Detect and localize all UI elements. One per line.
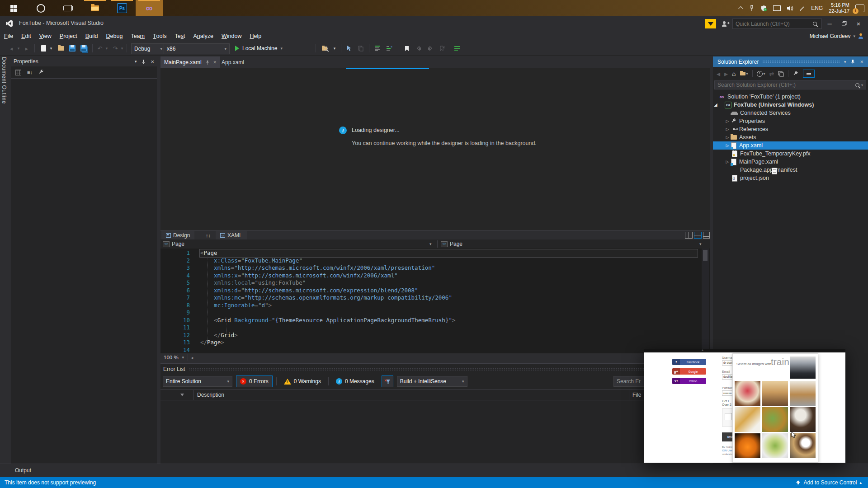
editor-vertical-scrollbar[interactable] <box>702 249 709 353</box>
undo-dropdown[interactable]: ▾ <box>104 43 109 53</box>
clear-bookmarks-icon[interactable] <box>438 43 447 53</box>
pending-changes-filter-icon[interactable]: ▾ <box>757 71 765 77</box>
sync-with-active-document-icon[interactable]: ⇄ <box>769 70 774 77</box>
close-icon[interactable]: × <box>151 58 154 65</box>
document-outline-tab[interactable]: Document Outline <box>1 57 10 116</box>
tree-item-app-xaml[interactable]: ▷ App.xaml <box>713 141 868 150</box>
pin-icon[interactable] <box>205 60 210 65</box>
breadcrumb-element-right[interactable]: <> Page <box>441 239 462 249</box>
facebook-login-button[interactable]: f Facebook <box>672 359 706 365</box>
breadcrumb-dropdown-icon-right[interactable]: ▾ <box>699 242 702 246</box>
zoom-level[interactable]: 100 % <box>160 355 179 360</box>
scroll-left-icon[interactable]: ◂ <box>188 355 196 360</box>
swap-panes-icon[interactable]: ↑↓ <box>201 231 215 239</box>
expander-collapsed-icon[interactable]: ▷ <box>725 160 730 164</box>
tab-mainpage-xaml[interactable]: MainPage.xaml × <box>160 56 220 68</box>
menu-view[interactable]: View <box>35 31 56 42</box>
breadcrumb-element-left[interactable]: <> Page <box>163 239 184 249</box>
expander-collapsed-icon[interactable]: ▷ <box>725 143 730 148</box>
quick-launch[interactable] <box>732 19 822 29</box>
window-position-dropdown-icon[interactable]: ▾ <box>135 59 137 64</box>
save-icon[interactable] <box>68 43 77 53</box>
solution-platform-dropdown[interactable]: x86▾ <box>164 43 230 54</box>
copy-disabled-icon[interactable] <box>356 43 365 53</box>
minimize-button[interactable]: ─ <box>823 16 836 31</box>
messages-filter-button[interactable]: i0 Messages <box>332 376 378 387</box>
vertical-split-icon[interactable] <box>685 232 693 239</box>
toolbar-overflow-dropdown[interactable]: ▾ <box>332 43 337 53</box>
column-description[interactable]: Description <box>194 390 629 400</box>
yahoo-login-button[interactable]: Y! Yahoo <box>672 378 706 384</box>
clock[interactable]: 5:16 PM22-Jul-17 <box>829 2 849 14</box>
solution-explorer-search-input[interactable] <box>715 82 855 88</box>
horizontal-scrollbar[interactable] <box>196 353 710 361</box>
new-file-dropdown[interactable]: ▾ <box>49 43 53 53</box>
tab-app-xaml[interactable]: App.xaml <box>218 56 248 68</box>
navigate-back-icon[interactable]: ◂ <box>7 43 15 53</box>
user-avatar[interactable] <box>858 33 863 39</box>
back-icon[interactable]: ◂ <box>717 70 720 78</box>
window-position-dropdown-icon[interactable]: ▾ <box>844 60 846 64</box>
close-icon[interactable]: × <box>860 58 863 65</box>
properties-wrench-icon[interactable] <box>38 69 44 75</box>
find-in-files-icon[interactable] <box>319 43 330 53</box>
navigate-forward-icon[interactable]: ▸ <box>23 43 31 53</box>
next-bookmark-icon[interactable] <box>426 43 435 53</box>
quick-launch-input[interactable] <box>733 21 813 27</box>
switch-views-icon[interactable]: ▾ <box>740 72 748 76</box>
comment-selection-icon[interactable]: ?= <box>384 43 394 53</box>
terms-link[interactable]: IGN User <box>722 449 733 452</box>
column-severity[interactable] <box>160 390 177 400</box>
vs-title-bar[interactable]: FoxTube - Microsoft Visual Studio ─ × <box>0 16 868 31</box>
pin-icon[interactable] <box>850 59 855 64</box>
expander-collapsed-icon[interactable]: ▷ <box>725 119 730 123</box>
photoshop-button[interactable]: Ps <box>108 0 136 16</box>
captcha-image-chicken-salad[interactable] <box>762 407 788 432</box>
save-all-icon[interactable] <box>79 43 89 53</box>
menu-file[interactable]: File <box>0 31 17 42</box>
restore-button[interactable] <box>837 16 851 31</box>
forward-icon[interactable]: ▸ <box>724 70 728 78</box>
zoom-dropdown-icon[interactable]: ▾ <box>179 355 188 360</box>
web-page-preview-window[interactable]: + f Facebook g+ Google Y! Yahoo Userna d… <box>644 349 845 463</box>
captcha-image-pancakes[interactable] <box>790 381 816 406</box>
selection-mode-icon[interactable] <box>344 43 354 53</box>
add-to-source-control-button[interactable]: Add to Source Control <box>803 479 857 486</box>
bookmark-icon[interactable] <box>402 43 411 53</box>
collapse-all-icon[interactable] <box>778 71 784 77</box>
notification-center-icon[interactable]: 1 <box>855 5 864 12</box>
captcha-image-orange-bowl[interactable] <box>735 433 760 458</box>
tree-item-temporarykey-pfx[interactable]: FoxTube_TemporaryKey.pfx <box>713 150 868 158</box>
expand-pane-icon[interactable] <box>703 232 710 239</box>
cortana-button[interactable] <box>27 0 54 16</box>
undo-icon[interactable]: ↶ <box>96 43 104 53</box>
visual-studio-taskbar-button[interactable]: ∞ <box>136 0 163 16</box>
feedback-person-icon[interactable] <box>722 21 730 27</box>
captcha-checkbox[interactable] <box>725 413 732 420</box>
menu-analyze[interactable]: Analyze <box>189 31 217 42</box>
captcha-image-breakfast[interactable] <box>735 407 760 432</box>
categorized-view-icon[interactable] <box>14 69 22 75</box>
alphabetical-sort-icon[interactable]: ≡↓ <box>26 69 33 75</box>
xaml-code-editor[interactable]: 12 34 56 78 910 1112 1314 <Page x:Class=… <box>160 249 710 353</box>
close-tab-icon[interactable]: × <box>213 59 217 66</box>
format-document-icon[interactable] <box>373 43 382 53</box>
menu-window[interactable]: Window <box>217 31 245 42</box>
captcha-image-coffee-beans[interactable] <box>790 407 816 432</box>
tree-item-references[interactable]: ▷ References <box>713 125 868 133</box>
new-file-icon[interactable] <box>39 43 48 53</box>
menu-build[interactable]: Build <box>81 31 102 42</box>
captcha-image-salad-bowl[interactable] <box>762 433 788 458</box>
pin-icon[interactable] <box>141 59 146 64</box>
clear-filters-button[interactable] <box>382 375 393 387</box>
captcha-image-pudding[interactable] <box>762 381 788 406</box>
redo-dropdown[interactable]: ▾ <box>120 43 124 53</box>
feedback-icon[interactable] <box>705 19 716 28</box>
expander-collapsed-icon[interactable]: ▷ <box>725 135 730 140</box>
preview-selected-items-toggle[interactable] <box>803 70 815 78</box>
expander-expanded-icon[interactable]: ◢ <box>713 103 718 107</box>
start-button[interactable] <box>0 0 27 16</box>
expander-collapsed-icon[interactable]: ▷ <box>725 127 730 131</box>
previous-bookmark-icon[interactable] <box>414 43 423 53</box>
task-list-icon[interactable] <box>452 43 462 53</box>
